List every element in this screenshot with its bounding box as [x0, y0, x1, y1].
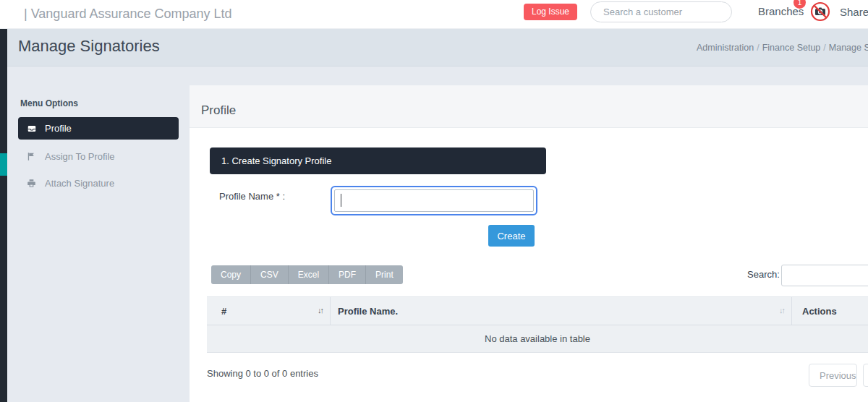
- print-button[interactable]: Print: [366, 265, 403, 284]
- column-header-number[interactable]: # ↓↑: [207, 297, 331, 325]
- share-link[interactable]: Share: [840, 6, 868, 18]
- collapsed-nav-active-indicator: [0, 153, 7, 176]
- breadcrumb: Administration/Finance Setup/Manage Sign…: [697, 43, 868, 53]
- app-window: | Vanguard Assurance Company Ltd Log Iss…: [0, 0, 868, 402]
- sidebar-item-label: Assign To Profile: [45, 151, 115, 162]
- topbar: | Vanguard Assurance Company Ltd Log Iss…: [0, 0, 868, 29]
- table-search-label: Search:: [747, 269, 780, 280]
- flag-icon: [27, 152, 37, 161]
- page-title: Manage Signatories: [18, 37, 160, 56]
- profile-name-focus-ring: [331, 186, 537, 215]
- text-caret: [341, 194, 341, 207]
- previous-page-button[interactable]: Previous: [809, 364, 857, 387]
- table-empty-row: No data available in table: [207, 325, 868, 353]
- menu-options-heading: Menu Options: [20, 98, 78, 108]
- next-page-button[interactable]: Next: [863, 364, 868, 387]
- export-button-group: Copy CSV Excel PDF Print: [211, 265, 403, 284]
- printer-icon: [27, 179, 37, 188]
- column-label: #: [221, 306, 226, 317]
- column-label: Actions: [802, 306, 837, 317]
- table-info: Showing 0 to 0 of 0 entries: [207, 368, 318, 379]
- sort-icon: ↓↑: [318, 306, 323, 315]
- create-signatory-panel-header: 1. Create Signatory Profile: [210, 147, 546, 174]
- breadcrumb-administration[interactable]: Administration: [697, 43, 754, 53]
- csv-button[interactable]: CSV: [251, 265, 289, 284]
- branches-badge: 1: [793, 0, 806, 9]
- create-button[interactable]: Create: [488, 225, 535, 247]
- copy-button[interactable]: Copy: [211, 265, 251, 284]
- table-header-row: # ↓↑ Profile Name. ↓↑ Actions: [207, 296, 868, 325]
- customer-search-input[interactable]: [590, 1, 732, 22]
- breadcrumb-finance-setup[interactable]: Finance Setup: [762, 43, 821, 53]
- column-header-actions: Actions: [792, 297, 868, 325]
- sidebar-item-attach-signature[interactable]: Attach Signature: [18, 174, 179, 192]
- inbox-icon: [27, 124, 37, 134]
- log-issue-button[interactable]: Log Issue: [524, 4, 577, 20]
- table-search-input[interactable]: [781, 265, 868, 286]
- breadcrumb-separator: /: [820, 43, 828, 53]
- sort-icon: ↓↑: [779, 306, 784, 315]
- card-title: Profile: [201, 103, 236, 118]
- collapsed-nav-strip: [0, 29, 7, 402]
- column-header-profile-name[interactable]: Profile Name. ↓↑: [331, 297, 792, 325]
- company-name: | Vanguard Assurance Company Ltd: [24, 7, 232, 22]
- camera-off-icon[interactable]: [810, 1, 830, 22]
- excel-button[interactable]: Excel: [289, 265, 329, 284]
- sidebar-item-profile[interactable]: Profile: [18, 117, 179, 140]
- profile-card-header: [190, 85, 868, 128]
- column-label: Profile Name.: [338, 306, 398, 317]
- sidebar-item-label: Profile: [45, 123, 72, 134]
- breadcrumb-current: Manage Signatories: [829, 43, 868, 53]
- breadcrumb-separator: /: [754, 43, 762, 53]
- profile-name-input[interactable]: [334, 189, 534, 212]
- sidebar-item-label: Attach Signature: [45, 178, 114, 189]
- pdf-button[interactable]: PDF: [329, 265, 366, 284]
- profile-name-label: Profile Name * :: [219, 191, 285, 202]
- sidebar-item-assign-to-profile[interactable]: Assign To Profile: [18, 147, 179, 165]
